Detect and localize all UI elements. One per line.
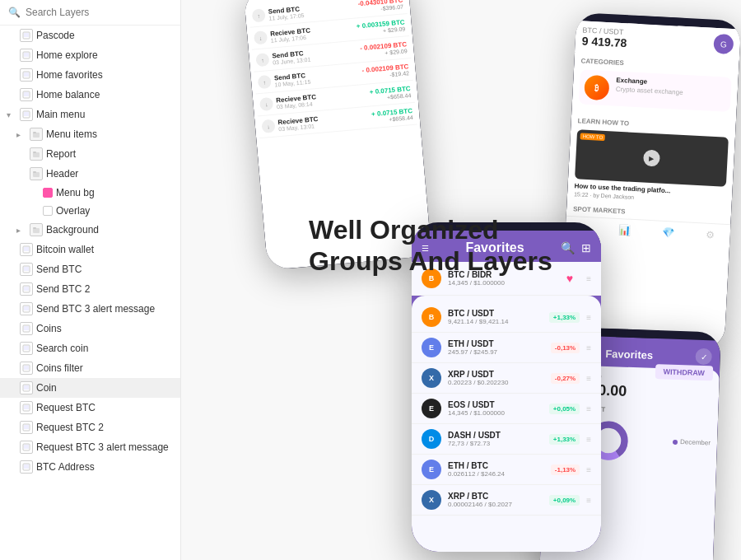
coin-info: XRP / USDT 0.20223 / $0.202230 [448,370,544,386]
december-section: December [673,438,711,450]
menu-dots[interactable]: ≡ [586,274,591,283]
coin-item[interactable]: E EOS / USDT 14,345 / $1.000000 +0,05% ≡ [412,394,601,424]
layer-item-send-btc[interactable]: Send BTC [0,259,180,279]
main-content: Well Organized Groups And Layers ↑ Send … [181,0,741,560]
fav-body: B BTC / USDT 9,421.14 / $9,421.14 +1,33%… [412,296,601,552]
svg-rect-31 [24,366,29,370]
search-bar[interactable]: 🔍 [0,0,180,26]
how-to-badge: HOW TO [580,133,606,141]
screen-icon [20,421,33,434]
coin-change: -0,27% [551,373,580,384]
layer-item-main-menu[interactable]: ▾Main menu [0,105,180,124]
phone2-screen: ☰ Favorites 🔍 ⊞ B BTC / BIDR 14,345 / $1… [412,231,601,552]
layer-label: Home explore [36,49,98,61]
coin-menu-icon[interactable]: ≡ [586,313,591,322]
coin-price: 0.026112 / $246.24 [448,470,544,478]
svg-rect-9 [24,112,29,116]
search-layers-input[interactable] [26,7,172,18]
tx-info: Send BTC 03 June, 13:01 [272,45,357,66]
svg-rect-29 [24,346,29,350]
tx-info: Send BTC 10 May, 11:15 [274,68,360,88]
layer-label: Menu bg [56,187,95,198]
layer-item-coins[interactable]: Coins [0,319,180,338]
layer-item-request-btc[interactable]: Request BTC [0,398,180,418]
screen-icon [20,342,33,355]
btc-value: 9 419.78 [581,34,627,49]
exchange-icon: ₿ [584,75,610,101]
coin-menu-icon[interactable]: ≡ [586,435,591,444]
coin-menu-icon[interactable]: ≡ [586,374,591,383]
layer-item-send-btc-2[interactable]: Send BTC 2 [0,279,180,299]
coin-item[interactable]: D DASH / USDT 72,73 / $72.73 +1,33% ≡ [412,424,601,455]
layer-item-header[interactable]: Header [0,164,180,184]
svg-rect-35 [24,405,29,409]
withdraw-button[interactable]: WITHDRAW [655,364,713,380]
screen-icon [20,381,33,394]
screen-icon [20,282,33,296]
categories-section: CATEGORIES ₿ Exchange Crypto asset excha… [571,52,739,120]
coin-menu-icon[interactable]: ≡ [586,343,591,352]
coin-item[interactable]: X XRP / USDT 0.20223 / $0.202230 -0,27% … [412,363,601,394]
layers-list: PascodeHome exploreHome favoritesHome ba… [0,26,180,560]
coin-item[interactable]: B BTC / USDT 9,421.14 / $9,421.14 +1,33%… [412,302,601,333]
coin-change: -0,13% [551,343,580,353]
layer-label: Search coin [36,343,88,354]
svg-rect-33 [24,385,29,390]
tx-icon: ↓ [254,30,268,44]
coin-item[interactable]: X XRP / BTC 0.00002146 / $0.2027 +0,09% … [412,485,601,516]
coin-menu-icon[interactable]: ≡ [586,496,591,505]
layer-item-request-btc-2[interactable]: Request BTC 2 [0,418,180,437]
coin-item[interactable]: E ETH / BTC 0.026112 / $246.24 -1,13% ≡ [412,455,601,485]
layer-item-send-btc-3-alert-message[interactable]: Send BTC 3 alert message [0,299,180,319]
coin-logo: E [422,399,441,418]
layer-item-home-favorites[interactable]: Home favorites [0,65,180,85]
svg-rect-27 [24,326,29,330]
nav-settings[interactable]: ⚙ [705,229,715,241]
layer-label: Coin [36,382,57,394]
nav-wallet[interactable]: 💎 [662,226,675,239]
coin-name: EOS / USDT [448,400,543,409]
coin-name: ETH / BTC [448,461,544,470]
play-button[interactable]: ▶ [643,150,660,167]
layer-item-coin[interactable]: Coin [0,378,180,398]
coin-menu-icon[interactable]: ≡ [586,465,591,474]
heart-icon[interactable]: ♥ [566,272,573,285]
layer-item-pascode[interactable]: Pascode [0,26,180,45]
coin-info: XRP / BTC 0.00002146 / $0.2027 [448,492,543,508]
coin-name: BTC / USDT [448,309,543,318]
pink-layer-icon [43,188,53,198]
tx-icon: ↓ [261,119,275,133]
qr-icon[interactable]: ⊞ [581,241,591,254]
layer-item-coins-filter[interactable]: Coins filter [0,358,180,378]
layer-label: Pascode [36,30,75,41]
layer-item-request-btc-3-alert-message[interactable]: Request BTC 3 alert message [0,437,180,457]
layer-item-overlay[interactable]: Overlay [0,202,180,220]
profile-icon[interactable]: G [713,34,734,54]
layer-item-menu-items[interactable]: ▸Menu items [0,124,180,144]
layer-label: BTC Address [36,461,95,473]
layers-panel: 🔍 PascodeHome exploreHome favoritesHome … [0,0,181,560]
svg-rect-1 [24,33,29,37]
layer-item-bitcoin-wallet[interactable]: Bitcoin wallet [0,240,180,259]
coin-item[interactable]: E ETH / USDT 245.97 / $245.97 -0,13% ≡ [412,333,601,363]
layer-item-menu-bg[interactable]: Menu bg [0,184,180,202]
coin-logo: E [422,338,441,357]
coin-menu-icon[interactable]: ≡ [586,404,591,413]
layer-item-btc-address[interactable]: BTC Address [0,457,180,477]
coin-price: 245.97 / $245.97 [448,348,544,356]
layer-item-home-explore[interactable]: Home explore [0,45,180,65]
check-icon[interactable]: ✓ [695,348,712,366]
layer-item-search-coin[interactable]: Search coin [0,338,180,358]
search-icon[interactable]: 🔍 [561,241,575,254]
exchange-card[interactable]: ₿ Exchange Crypto asset exchange [579,69,732,112]
coin-change: -1,13% [551,464,580,475]
december-label: December [680,438,711,446]
coin-name: XRP / USDT [448,370,544,379]
tx-info: Recieve BTC 11 July, 17:06 [270,23,354,44]
video-thumb[interactable]: HOW TO ▶ [575,129,729,187]
nav-chart[interactable]: 📊 [618,224,631,236]
layer-item-background[interactable]: ▸Background [0,220,180,240]
layer-item-home-balance[interactable]: Home balance [0,85,180,105]
tx-amount: + 0.0715 BTC +$658.44 [371,107,413,124]
layer-item-report[interactable]: Report [0,144,180,164]
